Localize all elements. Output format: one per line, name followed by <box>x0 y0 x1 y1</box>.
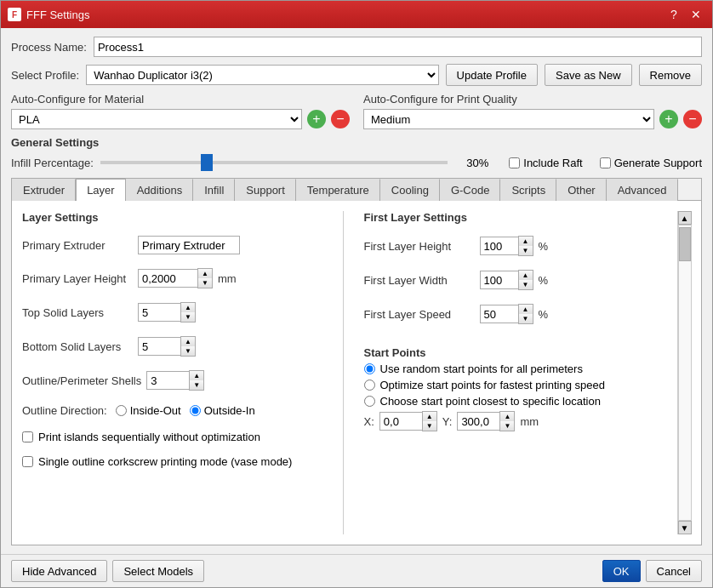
top-solid-layers-input[interactable] <box>138 303 180 322</box>
remove-quality-button[interactable]: − <box>683 110 702 128</box>
choose-start-point-label[interactable]: Choose start point closest to specific l… <box>364 395 665 408</box>
first-layer-height-input[interactable] <box>480 237 518 255</box>
process-name-input[interactable] <box>94 37 702 57</box>
outline-perimeter-up[interactable]: ▲ <box>190 371 203 380</box>
outline-perimeter-label: Outline/Perimeter Shells <box>22 374 141 387</box>
tab-content-layer: Layer Settings Primary Extruder Primary … <box>12 201 701 545</box>
tab-support[interactable]: Support <box>235 179 296 201</box>
update-profile-button[interactable]: Update Profile <box>446 64 538 86</box>
x-coord-spinner-btns: ▲ ▼ <box>422 411 437 431</box>
coords-row: X: ▲ ▼ Y: <box>364 411 665 431</box>
x-coord-up[interactable]: ▲ <box>423 412 436 421</box>
y-coord-input[interactable] <box>457 412 499 431</box>
inside-out-radio[interactable] <box>116 405 127 416</box>
bottom-solid-layers-input[interactable] <box>138 337 180 356</box>
tab-scripts[interactable]: Scripts <box>500 179 556 201</box>
top-solid-layers-row: Top Solid Layers ▲ ▼ <box>22 302 322 323</box>
first-layer-speed-up[interactable]: ▲ <box>519 305 533 314</box>
y-coord-up[interactable]: ▲ <box>500 412 514 421</box>
auto-configure-quality-inner: Medium + − <box>363 109 702 129</box>
add-material-button[interactable]: + <box>307 110 326 128</box>
choose-start-point-radio[interactable] <box>364 396 375 407</box>
primary-layer-height-up[interactable]: ▲ <box>198 269 212 278</box>
scroll-down-button[interactable]: ▼ <box>678 521 692 534</box>
y-coord-down[interactable]: ▼ <box>500 421 514 431</box>
start-points-radio-group: Use random start points for all perimete… <box>364 363 665 408</box>
scroll-up-button[interactable]: ▲ <box>678 211 692 225</box>
select-models-button[interactable]: Select Models <box>112 560 204 582</box>
print-islands-checkbox[interactable] <box>22 431 33 442</box>
random-start-points-radio[interactable] <box>364 363 375 374</box>
cancel-button[interactable]: Cancel <box>646 560 702 582</box>
outline-perimeter-input[interactable] <box>146 371 189 390</box>
bottom-solid-layers-up[interactable]: ▲ <box>181 337 195 346</box>
tab-extruder[interactable]: Extruder <box>12 179 76 201</box>
tab-infill[interactable]: Infill <box>193 179 235 201</box>
close-button[interactable]: ✕ <box>687 5 705 24</box>
outside-in-radio-label[interactable]: Outside-In <box>190 404 255 417</box>
save-as-new-button[interactable]: Save as New <box>545 64 632 86</box>
infill-slider[interactable] <box>100 161 448 164</box>
bottom-solid-layers-down[interactable]: ▼ <box>181 346 195 356</box>
primary-layer-height-input[interactable] <box>138 269 197 288</box>
add-quality-button[interactable]: + <box>659 110 678 128</box>
footer-left: Hide Advanced Select Models <box>11 560 204 582</box>
coords-unit: mm <box>520 415 539 428</box>
remove-button[interactable]: Remove <box>639 64 702 86</box>
primary-extruder-select[interactable]: Primary Extruder <box>138 236 240 254</box>
top-solid-layers-up[interactable]: ▲ <box>181 303 195 312</box>
print-islands-label[interactable]: Print islands sequentially without optim… <box>38 431 260 443</box>
hide-advanced-button[interactable]: Hide Advanced <box>11 560 107 582</box>
material-select[interactable]: PLA <box>11 109 302 129</box>
infill-value: 30% <box>454 157 488 169</box>
first-layer-speed-input[interactable] <box>480 305 518 323</box>
primary-layer-height-row: Primary Layer Height ▲ ▼ mm <box>22 268 322 288</box>
generate-support-label[interactable]: Generate Support <box>600 157 702 169</box>
auto-configure-quality-label: Auto-Configure for Print Quality <box>363 93 702 106</box>
tab-gcode[interactable]: G-Code <box>440 179 501 201</box>
y-coord-spinner: ▲ ▼ <box>457 411 515 431</box>
tab-temperature[interactable]: Temperature <box>296 179 380 201</box>
outside-in-radio[interactable] <box>190 405 201 416</box>
optimize-start-points-label[interactable]: Optimize start points for fastest printi… <box>364 379 665 391</box>
scroll-thumb[interactable] <box>679 227 691 261</box>
include-raft-checkbox[interactable] <box>509 157 520 168</box>
single-outline-label[interactable]: Single outline corkscrew printing mode (… <box>38 455 292 468</box>
first-layer-height-down[interactable]: ▼ <box>519 246 533 255</box>
tab-advanced[interactable]: Advanced <box>607 179 678 201</box>
top-solid-layers-down[interactable]: ▼ <box>181 312 195 322</box>
random-start-points-label[interactable]: Use random start points for all perimete… <box>364 363 665 375</box>
first-layer-height-up[interactable]: ▲ <box>519 237 533 246</box>
help-button[interactable]: ? <box>665 5 683 24</box>
select-profile-row: Select Profile: Wanhao Duplicator i3(2) … <box>11 64 702 86</box>
single-outline-checkbox[interactable] <box>22 456 33 467</box>
profile-select[interactable]: Wanhao Duplicator i3(2) <box>86 65 438 85</box>
tab-additions[interactable]: Additions <box>126 179 193 201</box>
first-layer-width-up[interactable]: ▲ <box>519 271 533 280</box>
inside-out-radio-label[interactable]: Inside-Out <box>116 404 181 417</box>
primary-layer-height-unit: mm <box>218 272 237 285</box>
tab-other[interactable]: Other <box>556 179 607 201</box>
process-name-label: Process Name: <box>11 41 87 54</box>
optimize-start-points-radio[interactable] <box>364 380 375 391</box>
primary-layer-height-down[interactable]: ▼ <box>198 278 212 288</box>
right-panel: First Layer Settings First Layer Height … <box>364 211 665 534</box>
window-title: FFF Settings <box>26 9 89 21</box>
x-coord-input[interactable] <box>379 412 422 431</box>
auto-configure-row: Auto-Configure for Material PLA + − Auto… <box>11 93 702 129</box>
remove-material-button[interactable]: − <box>331 110 350 128</box>
x-coord-down[interactable]: ▼ <box>423 421 436 431</box>
quality-select[interactable]: Medium <box>363 109 654 129</box>
outline-perimeter-down[interactable]: ▼ <box>190 380 203 390</box>
bottom-solid-layers-label: Bottom Solid Layers <box>22 340 133 353</box>
first-layer-width-input[interactable] <box>480 271 518 289</box>
first-layer-width-down[interactable]: ▼ <box>519 280 533 289</box>
ok-button[interactable]: OK <box>602 560 641 582</box>
generate-support-checkbox[interactable] <box>600 157 611 168</box>
first-layer-width-unit: % <box>539 274 549 287</box>
first-layer-speed-down[interactable]: ▼ <box>519 314 533 323</box>
include-raft-label[interactable]: Include Raft <box>509 157 582 169</box>
layer-settings-title: Layer Settings <box>22 211 322 224</box>
tab-layer[interactable]: Layer <box>76 179 126 201</box>
tab-cooling[interactable]: Cooling <box>380 179 440 201</box>
